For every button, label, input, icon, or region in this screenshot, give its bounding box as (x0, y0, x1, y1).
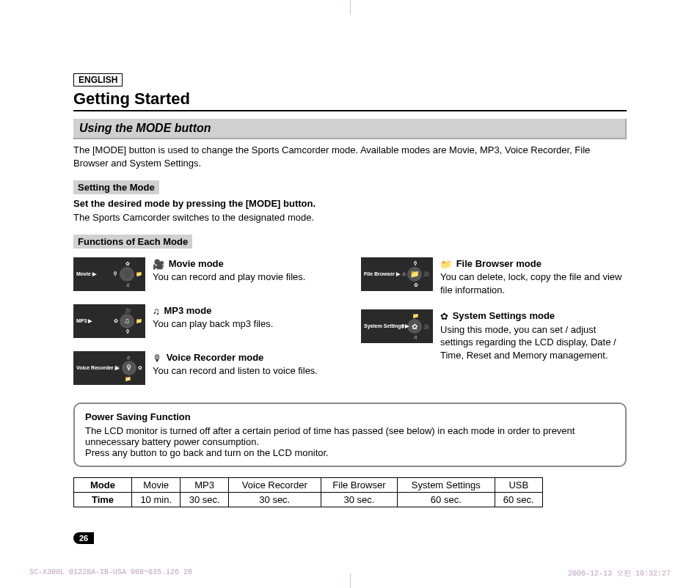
table-cell: System Settings (398, 477, 495, 492)
callout-title: Power Saving Function (85, 411, 615, 422)
power-saving-table: Mode Movie MP3 Voice Recorder File Brows… (73, 477, 543, 507)
table-cell: 30 sec. (181, 492, 228, 507)
mic-icon: 🎙 (125, 329, 131, 334)
table-row: Time 10 min. 30 sec. 30 sec. 30 sec. 60 … (74, 492, 543, 507)
music-icon: ♫ (402, 271, 406, 276)
callout-body-1: The LCD monitor is turned off after a ce… (85, 425, 615, 447)
mode-voice-desc: You can record and listen to voice files… (153, 365, 318, 376)
thumb-label: Movie ▶ (76, 271, 96, 277)
callout-body-2: Press any button to go back and turn on … (85, 447, 615, 458)
setting-mode-bold: Set the desired mode by pressing the [MO… (73, 198, 316, 209)
modes-grid: Movie ▶ ✿ 🎙 🎥 📁 ♫ 🎥 Movie mode You (73, 257, 627, 398)
mic-icon: 🎙 (153, 352, 162, 365)
setting-mode-body: Set the desired mode by pressing the [MO… (73, 197, 627, 224)
camera-icon: 🎥 (120, 267, 134, 282)
table-cell: 60 sec. (398, 492, 495, 507)
music-icon: ♫ (413, 334, 417, 339)
folder-icon: 📁 (407, 267, 422, 282)
music-icon: ♫ (120, 314, 134, 328)
mode-sys: System Settings ▶ 📁 🎙 ✿ 🎥 ♫ ✿ System Set… (361, 309, 627, 361)
thumb-icon-cluster: 🎥 ✿ ♫ 📁 🎙 (114, 308, 142, 334)
modes-right-column: File Browser ▶ 🎙 ♫ 📁 🎥 ✿ 📁 File Browser … (361, 257, 627, 398)
mode-voice-thumb: Voice Recorder ▶ ♫ 🎥 🎙 ✿ 📁 (73, 351, 145, 385)
folder-icon: 📁 (125, 376, 131, 381)
gear-icon: ✿ (414, 282, 418, 287)
modes-left-column: Movie ▶ ✿ 🎙 🎥 📁 ♫ 🎥 Movie mode You (73, 257, 339, 398)
table-cell: Voice Recorder (228, 477, 321, 492)
footer-left: SC-X300L 01228A-IB-USA 008~035.i26 26 (29, 568, 192, 578)
row-header-mode: Mode (74, 477, 132, 492)
mode-voice: Voice Recorder ▶ ♫ 🎥 🎙 ✿ 📁 🎙 Voice Recor… (73, 351, 339, 385)
mode-mp3-title: MP3 mode (164, 305, 211, 316)
thumb-label: Voice Recorder ▶ (76, 365, 119, 371)
gear-icon: ✿ (440, 310, 448, 323)
folder-icon: 📁 (136, 271, 142, 276)
camera-icon: 🎥 (423, 324, 430, 329)
mode-sys-title: System Settings mode (453, 310, 555, 321)
gear-icon: ✿ (114, 318, 118, 323)
mode-mp3-desc: You can play back mp3 files. (153, 318, 273, 329)
mic-icon: 🎙 (413, 261, 418, 266)
gear-icon: ✿ (125, 261, 130, 266)
table-cell: MP3 (181, 477, 228, 492)
language-label: ENGLISH (73, 73, 123, 87)
crop-mark-top (350, 0, 351, 15)
row-header-time: Time (74, 492, 132, 507)
mode-file-thumb: File Browser ▶ 🎙 ♫ 📁 🎥 ✿ (361, 257, 433, 291)
music-icon: ♫ (125, 282, 129, 287)
thumb-icon-cluster: ✿ 🎙 🎥 📁 ♫ (113, 261, 142, 287)
mode-file-title: File Browser mode (456, 258, 542, 269)
setting-mode-desc: The Sports Camcorder switches to the des… (73, 212, 314, 223)
table-cell: 10 min. (132, 492, 181, 507)
music-icon: ♫ (126, 355, 130, 360)
mode-file-desc: You can delete, lock, copy the file and … (440, 271, 621, 295)
table-cell: Movie (132, 477, 181, 492)
thumb-label: File Browser ▶ (364, 271, 400, 277)
mode-movie: Movie ▶ ✿ 🎙 🎥 📁 ♫ 🎥 Movie mode You (73, 257, 339, 291)
camera-icon: 🎥 (153, 258, 164, 271)
gear-icon: ✿ (138, 365, 142, 370)
mic-icon: 🎙 (122, 361, 136, 375)
camera-icon: 🎥 (125, 308, 131, 313)
folder-icon: 📁 (136, 318, 142, 323)
mode-voice-title: Voice Recorder mode (167, 352, 264, 363)
thumb-label: System Settings ▶ (364, 323, 409, 329)
gear-icon: ✿ (407, 319, 422, 334)
mode-movie-thumb: Movie ▶ ✿ 🎙 🎥 📁 ♫ (73, 257, 145, 291)
power-saving-callout: Power Saving Function The LCD monitor is… (73, 403, 627, 467)
thumb-icon-cluster: 🎙 ♫ 📁 🎥 ✿ (402, 261, 430, 287)
table-cell: 60 sec. (495, 492, 543, 507)
page-content: ENGLISH Getting Started Using the MODE b… (0, 0, 700, 507)
mode-movie-desc: You can record and play movie files. (153, 271, 305, 282)
thumb-label: MP3 ▶ (76, 318, 92, 324)
table-cell: 30 sec. (321, 492, 397, 507)
table-row: Mode Movie MP3 Voice Recorder File Brows… (74, 477, 543, 492)
mode-sys-thumb: System Settings ▶ 📁 🎙 ✿ 🎥 ♫ (361, 309, 433, 343)
page-title: Getting Started (73, 89, 627, 111)
mode-mp3-thumb: MP3 ▶ 🎥 ✿ ♫ 📁 🎙 (73, 304, 145, 338)
table-cell: USB (495, 477, 543, 492)
section-heading: Using the MODE button (73, 119, 627, 139)
mode-file: File Browser ▶ 🎙 ♫ 📁 🎥 ✿ 📁 File Browser … (361, 257, 627, 297)
mic-icon: 🎙 (113, 271, 118, 276)
functions-label: Functions of Each Mode (73, 235, 192, 249)
mode-sys-desc: Using this mode, you can set / adjust se… (440, 324, 616, 361)
setting-mode-label: Setting the Mode (73, 180, 159, 194)
folder-icon: 📁 (440, 258, 452, 271)
mode-movie-title: Movie mode (169, 258, 224, 269)
table-cell: File Browser (321, 477, 397, 492)
page-number: 26 (73, 532, 94, 543)
table-cell: 30 sec. (228, 492, 321, 507)
print-footer: SC-X300L 01228A-IB-USA 008~035.i26 26 20… (29, 568, 671, 578)
folder-icon: 📁 (412, 313, 419, 318)
intro-text: The [MODE] button is used to change the … (73, 144, 627, 170)
footer-right: 2006-12-13 오전 10:32:27 (568, 568, 671, 578)
page-number-badge: 26 (73, 532, 94, 544)
music-icon: ♫ (153, 305, 160, 318)
camera-icon: 🎥 (423, 271, 430, 276)
mode-mp3: MP3 ▶ 🎥 ✿ ♫ 📁 🎙 ♫ MP3 mode You can (73, 304, 339, 338)
